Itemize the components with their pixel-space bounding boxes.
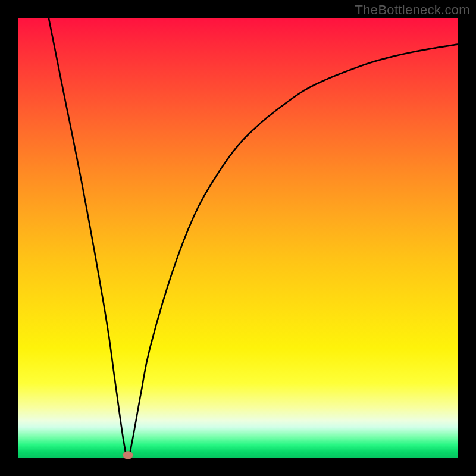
chart-svg xyxy=(18,18,458,458)
chart-frame: TheBottleneck.com xyxy=(0,0,476,476)
watermark-label: TheBottleneck.com xyxy=(355,2,470,18)
bottleneck-curve xyxy=(49,18,458,458)
plot-area xyxy=(18,18,458,458)
optimal-point-marker xyxy=(123,452,133,459)
